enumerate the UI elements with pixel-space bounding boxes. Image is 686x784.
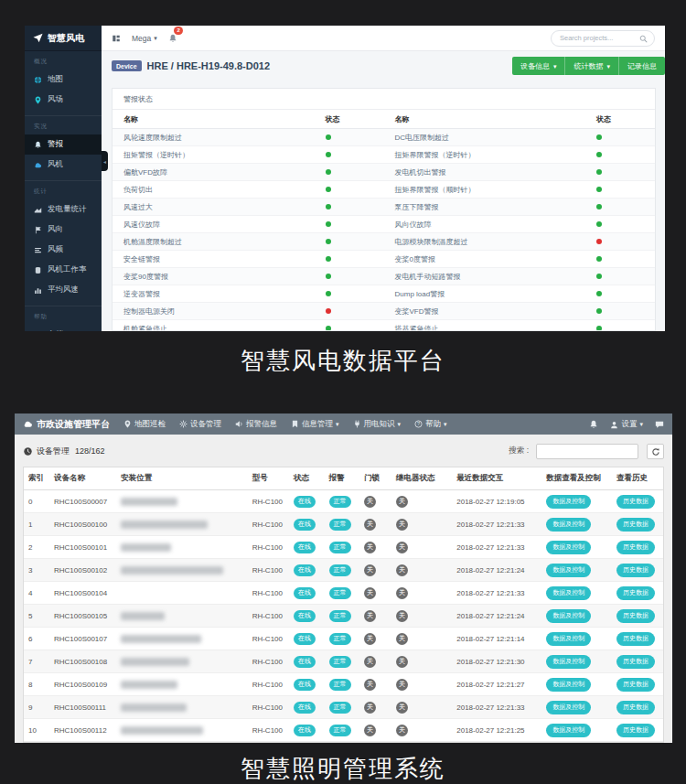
status-dot-green — [326, 169, 331, 175]
gear-icon — [179, 420, 188, 428]
nav-item-plug[interactable]: 用电知识▾ — [353, 419, 402, 430]
data-control-button[interactable]: 数据及控制 — [546, 518, 591, 532]
history-button[interactable]: 历史数据 — [616, 609, 655, 623]
data-control-button[interactable]: 数据及控制 — [546, 609, 591, 623]
data-control-button[interactable]: 数据及控制 — [546, 701, 591, 714]
cell-index: 5 — [24, 605, 49, 628]
history-button[interactable]: 历史数据 — [616, 586, 655, 600]
sidebar-item-flag[interactable]: 风向 — [25, 220, 102, 240]
database-icon — [34, 266, 42, 274]
data-control-button[interactable]: 数据及控制 — [546, 724, 591, 737]
data-control-button[interactable]: 数据及控制 — [546, 632, 591, 646]
data-control-button[interactable]: 数据及控制 — [546, 655, 591, 669]
device-row: 9RHC100S00111RH-C100在线正常关关2018-02-27 12:… — [24, 696, 663, 719]
nav-item-tag[interactable]: 信息管理▾ — [291, 419, 339, 430]
cell-data-control: 数据及控制 — [541, 513, 612, 536]
alarm-name-header: 名称 — [113, 110, 315, 129]
sidebar-item-folder[interactable]: 文档new — [25, 325, 102, 331]
history-button[interactable]: 历史数据 — [616, 564, 655, 577]
search-icon — [639, 35, 648, 43]
alarm-status — [585, 181, 655, 199]
nav-item-horn[interactable]: 报警信息 — [235, 419, 277, 430]
action-button[interactable]: 设备信息▾ — [512, 57, 565, 75]
sidebar-item-bars[interactable]: 平均风速 — [25, 280, 102, 300]
cell-device-name: RHC100S00105 — [49, 605, 116, 628]
cell-alarm: 正常 — [325, 536, 359, 559]
sidebar-item-pin[interactable]: 风场 — [25, 90, 102, 110]
wind-logo-text: 智慧风电 — [48, 32, 84, 45]
history-button[interactable]: 历史数据 — [616, 495, 655, 509]
history-button[interactable]: 历史数据 — [616, 678, 655, 692]
nav-item-label: 报警信息 — [246, 419, 277, 430]
chat-icon[interactable] — [655, 416, 664, 433]
history-button[interactable]: 历史数据 — [616, 541, 655, 554]
device-toolbar: 设备管理 128/162 搜索 : — [15, 435, 672, 467]
alarm-status — [585, 233, 655, 251]
cell-data-control: 数据及控制 — [541, 536, 612, 559]
sidebar-collapse-handle[interactable]: ◂ — [102, 151, 108, 171]
cell-data-control: 数据及控制 — [541, 696, 612, 719]
sidebar-item-chart-area[interactable]: 发电量统计 — [25, 199, 102, 220]
sidebar-item-globe[interactable]: 地图 — [25, 70, 102, 90]
tag-icon — [291, 420, 299, 428]
alarm-name: 发电机手动短路警报 — [384, 268, 586, 285]
cell-model: RH-C100 — [248, 742, 289, 744]
sidebar-item-bell[interactable]: 警报 — [25, 134, 102, 155]
sidebar-item-label: 风频 — [48, 244, 63, 255]
cloud-icon — [23, 419, 33, 429]
off-badge: 关 — [364, 633, 376, 645]
redacted-location — [121, 612, 165, 620]
search-icon[interactable] — [639, 30, 648, 47]
refresh-icon — [651, 447, 660, 456]
nav-item-pin[interactable]: 地图巡检 — [123, 419, 166, 430]
device-search-input[interactable] — [536, 444, 638, 459]
refresh-icon — [651, 443, 660, 459]
sidebar-item-cloud[interactable]: 风机 — [25, 155, 102, 175]
data-control-button[interactable]: 数据及控制 — [546, 678, 591, 692]
history-button[interactable]: 历史数据 — [616, 518, 655, 532]
cell-alarm: 正常 — [325, 605, 359, 628]
grid-icon — [112, 34, 121, 43]
mega-menu[interactable]: Mega ▾ — [132, 34, 157, 43]
device-table: 索引设备名称安装位置型号状态报警门锁继电器状态最近数据交互数据查看及控制查看历史… — [24, 467, 663, 743]
alarm-name: 逆变器警报 — [113, 285, 315, 303]
refresh-button[interactable] — [647, 444, 664, 459]
settings-menu[interactable]: 设置 ▾ — [610, 419, 643, 430]
alarm-name: 发电机切出警报 — [384, 164, 586, 181]
sidebar-item-list[interactable]: 风频 — [25, 240, 102, 260]
data-control-button[interactable]: 数据及控制 — [546, 564, 591, 577]
cell-status: 在线 — [289, 536, 324, 559]
alarm-row: 变桨90度警报 — [113, 268, 384, 285]
off-badge: 关 — [364, 679, 376, 691]
history-button[interactable]: 历史数据 — [616, 724, 655, 737]
cell-data-control: 数据及控制 — [541, 559, 612, 582]
nav-item-gear[interactable]: 设备管理 — [179, 419, 221, 430]
sidebar-item-database[interactable]: 风机工作率 — [25, 260, 102, 280]
cell-last-interaction: 2018-02-27 12:21:33 — [452, 536, 541, 559]
project-search-input[interactable] — [558, 33, 636, 43]
data-control-button[interactable]: 数据及控制 — [546, 586, 591, 600]
cell-last-interaction: 2018-02-27 12:21:24 — [452, 559, 541, 582]
cell-model: RH-C100 — [248, 513, 289, 536]
wind-logo[interactable]: 智慧风电 — [25, 26, 102, 51]
folder-icon — [34, 331, 42, 332]
notifications-button[interactable]: 2 — [168, 30, 177, 47]
data-control-button[interactable]: 数据及控制 — [546, 495, 591, 509]
settings-label: 设置 — [621, 419, 637, 430]
nav-item-question[interactable]: ?帮助▾ — [414, 419, 447, 430]
history-button[interactable]: 历史数据 — [616, 701, 655, 714]
alarm-status — [315, 251, 384, 268]
data-control-button[interactable]: 数据及控制 — [546, 541, 591, 554]
history-button[interactable]: 历史数据 — [616, 655, 655, 669]
alarm-status — [585, 216, 655, 233]
history-button[interactable]: 历史数据 — [616, 632, 655, 646]
bell-icon[interactable] — [589, 416, 598, 433]
alarm-name: 泵压下降警报 — [384, 199, 586, 216]
normal-badge: 正常 — [329, 519, 351, 531]
lighting-brand[interactable]: 市政设施管理平台 — [23, 418, 110, 431]
alarm-column-right: 名称 状态 DC电压限制超过 扭矩界限警报（逆时针） 发电机切出警报 扭矩界限警… — [384, 110, 656, 330]
layout-grid-icon[interactable] — [112, 30, 121, 47]
normal-badge: 正常 — [329, 633, 351, 645]
action-button[interactable]: 记录信息 — [618, 57, 665, 75]
action-button[interactable]: 统计数据▾ — [564, 57, 618, 75]
